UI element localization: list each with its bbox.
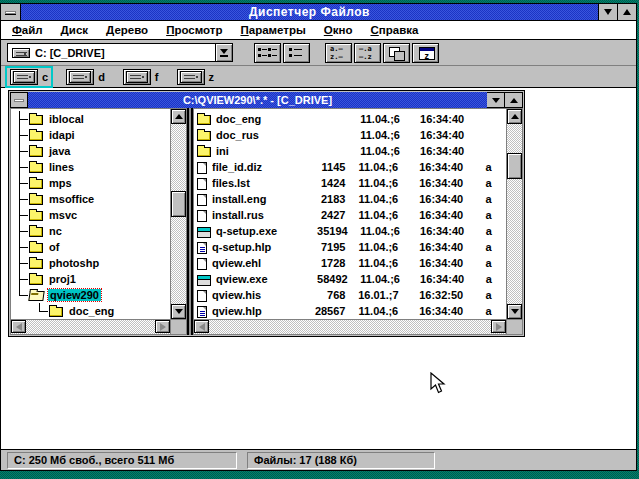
drive-z[interactable]: z xyxy=(172,66,220,88)
drive-c[interactable]: c xyxy=(5,66,53,88)
file-attributes: a xyxy=(471,209,506,221)
drive-c-button[interactable] xyxy=(10,69,38,85)
files-vertical-scrollbar[interactable] xyxy=(506,109,522,319)
file-row-doc_eng[interactable]: doc_eng11.04.;616:34:40 xyxy=(194,111,506,127)
view-name-only-button[interactable] xyxy=(283,43,310,63)
file-name: file_id.diz xyxy=(212,161,295,173)
tree-item-label: proj1 xyxy=(47,273,78,285)
files-horizontal-scrollbar[interactable] xyxy=(194,319,506,334)
tree-item-nc[interactable]: nc xyxy=(11,223,170,239)
file-size: 7195 xyxy=(295,241,345,253)
tree-line xyxy=(19,183,28,184)
menu-item-4[interactable]: Просмотр xyxy=(157,23,231,37)
menu-item-2[interactable]: Диск xyxy=(52,23,97,37)
tree-line xyxy=(19,215,28,216)
scroll-up-button[interactable] xyxy=(507,109,522,124)
tree-item-msvc[interactable]: msvc xyxy=(11,207,170,223)
tree-item-doc_eng[interactable]: doc_eng xyxy=(11,303,170,319)
tree-item-java[interactable]: java xyxy=(11,143,170,159)
dropdown-bar-icon xyxy=(220,55,228,57)
scroll-up-icon xyxy=(175,114,183,119)
file-name: q-setup.hlp xyxy=(212,241,295,253)
menu-item-3[interactable]: Дерево xyxy=(97,23,157,37)
tree-item-msoffice[interactable]: msoffice xyxy=(11,191,170,207)
sort-by-name-button[interactable] xyxy=(325,43,352,63)
directory-window: C:\QVIEW290\*.* - [C_DRIVE] iblocalidapi… xyxy=(8,90,525,337)
tree-item-idapi[interactable]: idapi xyxy=(11,127,170,143)
menu-item-7[interactable]: Справка xyxy=(361,23,427,37)
drive-f-button[interactable] xyxy=(123,69,151,85)
file-row-q-setup.exe[interactable]: q-setup.exe3519411.04.;616:34:40a xyxy=(194,223,506,239)
file-row-doc_rus[interactable]: doc_rus11.04.;616:34:40 xyxy=(194,127,506,143)
drive-d[interactable]: d xyxy=(61,66,110,88)
file-row-install.eng[interactable]: install.eng218311.04.;616:34:40a xyxy=(194,191,506,207)
scroll-down-button[interactable] xyxy=(507,304,522,319)
scroll-right-button[interactable] xyxy=(155,320,170,333)
tree-item-iblocal[interactable]: iblocal xyxy=(11,111,170,127)
tree-scroll-thumb[interactable] xyxy=(171,191,186,217)
drive-d-button[interactable] xyxy=(66,69,94,85)
tree-item-of[interactable]: of xyxy=(11,239,170,255)
tree-line xyxy=(39,303,40,311)
menu-item-6[interactable]: Окно xyxy=(315,23,362,37)
scroll-left-button[interactable] xyxy=(194,320,209,333)
file-size: 1145 xyxy=(295,161,345,173)
minimize-button[interactable] xyxy=(598,4,617,20)
hard-drive-icon xyxy=(126,71,148,83)
file-row-install.rus[interactable]: install.rus242711.04.;616:34:40a xyxy=(194,207,506,223)
tree-horizontal-scrollbar[interactable] xyxy=(11,319,170,334)
drive-f[interactable]: f xyxy=(118,66,164,88)
hard-drive-icon xyxy=(69,71,91,83)
file-time: 16:34:40 xyxy=(411,161,471,173)
tree-item-mps[interactable]: mps xyxy=(11,175,170,191)
tree-item-photoshp[interactable]: photoshp xyxy=(11,255,170,271)
file-time: 16:34:40 xyxy=(411,241,471,253)
drive-selector-dropdown-button[interactable] xyxy=(215,43,233,62)
scroll-down-button[interactable] xyxy=(171,304,186,319)
directory-tree-pane: iblocalidapijavalinesmpsmsofficemsvcncof… xyxy=(10,108,187,335)
tree-item-lines[interactable]: lines xyxy=(11,159,170,175)
file-row-files.lst[interactable]: files.lst142411.04.;616:34:40a xyxy=(194,175,506,191)
files-scroll-thumb[interactable] xyxy=(507,153,522,179)
drive-z-button[interactable] xyxy=(177,69,205,85)
file-row-qview.ehl[interactable]: qview.ehl172811.04.;616:34:40a xyxy=(194,255,506,271)
menu-item-5[interactable]: Параметры xyxy=(231,23,314,37)
drive-icon xyxy=(12,48,30,58)
file-row-file_id.diz[interactable]: file_id.diz114511.04.;616:34:40a xyxy=(194,159,506,175)
mdi-client-area: C:\QVIEW290\*.* - [C_DRIVE] iblocalidapi… xyxy=(1,88,636,449)
folder-icon xyxy=(29,259,43,269)
tree-item-proj1[interactable]: proj1 xyxy=(11,271,170,287)
file-date: 11.04.;6 xyxy=(348,145,413,157)
file-name: install.eng xyxy=(212,193,295,205)
toolbar-action-group xyxy=(325,43,439,63)
system-menu-button[interactable] xyxy=(1,4,21,20)
file-row-qview.exe[interactable]: qview.exe5849211.04.;616:34:40a xyxy=(194,271,506,287)
file-size: 1728 xyxy=(295,257,345,269)
tree-item-qview290[interactable]: qview290 xyxy=(11,287,170,303)
directory-minimize-button[interactable] xyxy=(487,92,505,108)
tree-vertical-scrollbar[interactable] xyxy=(170,109,186,319)
drive-selector[interactable]: C: [C_DRIVE] xyxy=(7,43,233,62)
menu-item-1[interactable]: Файл xyxy=(3,23,52,37)
file-row-ini[interactable]: ini11.04.;616:34:40 xyxy=(194,143,506,159)
zip-tool-button[interactable] xyxy=(412,43,439,63)
file-row-qview.hlp[interactable]: qview.hlp2856711.04.;616:34:40a xyxy=(194,303,506,319)
executable-icon xyxy=(197,227,211,238)
view-all-file-details-button[interactable] xyxy=(254,43,281,63)
directory-system-menu-button[interactable] xyxy=(10,92,28,108)
scroll-left-button[interactable] xyxy=(11,320,26,333)
scroll-right-button[interactable] xyxy=(491,320,506,333)
file-row-q-setup.hlp[interactable]: q-setup.hlp719511.04.;616:34:40a xyxy=(194,239,506,255)
directory-maximize-button[interactable] xyxy=(505,92,523,108)
zip-tool-icon xyxy=(419,47,435,60)
scroll-up-button[interactable] xyxy=(171,109,186,124)
file-row-qview.his[interactable]: qview.his76816.01.;716:32:50a xyxy=(194,287,506,303)
sort-by-type-button[interactable] xyxy=(354,43,381,63)
folder-icon xyxy=(197,131,211,141)
file-name: qview.exe xyxy=(216,273,298,285)
copy-button[interactable] xyxy=(383,43,410,63)
drive-selector-field[interactable]: C: [C_DRIVE] xyxy=(7,43,215,62)
maximize-button[interactable] xyxy=(617,4,636,20)
folder-open-icon xyxy=(28,291,44,301)
toolbar: C: [C_DRIVE] xyxy=(1,40,636,66)
